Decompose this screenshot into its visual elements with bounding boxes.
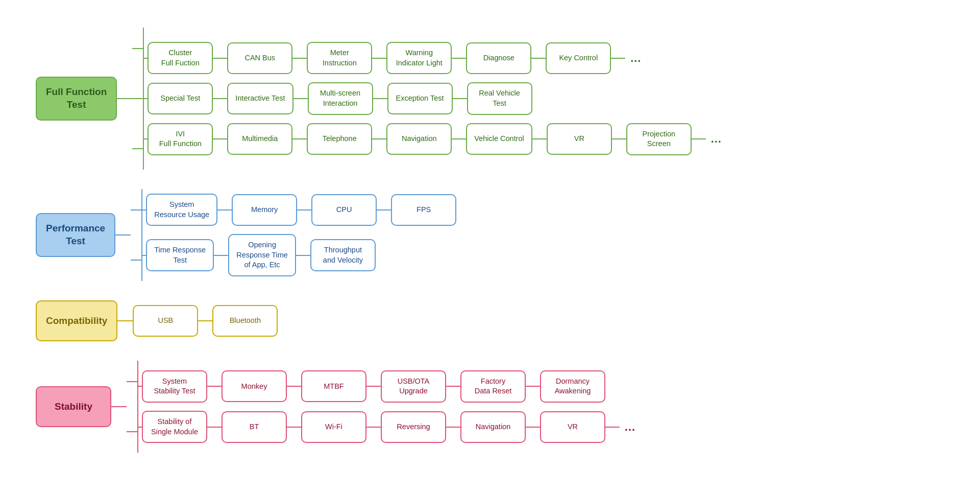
h-line xyxy=(446,427,460,428)
h-line xyxy=(612,138,626,139)
node-box[interactable]: Time Response Test xyxy=(146,239,214,271)
h-line xyxy=(526,386,540,387)
node-box[interactable]: Exception Test xyxy=(387,83,453,114)
node-box[interactable]: USB/OTA Upgrade xyxy=(381,370,446,403)
h-line xyxy=(377,209,391,210)
h-line xyxy=(366,427,381,428)
node-box[interactable]: … xyxy=(620,420,640,434)
node-box[interactable]: System Stability Test xyxy=(142,370,207,403)
root-performance[interactable]: Performance Test xyxy=(36,213,115,256)
node-box[interactable]: Navigation xyxy=(386,123,452,155)
diagram: Full Function TestCluster Full FuctionCA… xyxy=(20,10,960,470)
node-box[interactable]: Stability of Single Module xyxy=(142,411,207,443)
h-line xyxy=(142,209,146,210)
node-box[interactable]: FPS xyxy=(391,194,456,226)
bracket-svg xyxy=(131,189,142,281)
h-line xyxy=(117,320,133,321)
h-line xyxy=(207,386,222,387)
root-compatibility[interactable]: Compatibility xyxy=(36,300,117,341)
node-box[interactable]: Projection Screen xyxy=(626,123,692,155)
h-line xyxy=(198,320,212,321)
node-box[interactable]: USB xyxy=(133,305,198,337)
node-box[interactable]: Multimedia xyxy=(227,123,292,155)
h-line xyxy=(117,98,132,99)
node-box[interactable]: System Resource Usage xyxy=(146,194,217,226)
node-box[interactable]: Vehicle Control xyxy=(466,123,532,155)
node-box[interactable]: Opening Response Time of App, Etc xyxy=(228,234,296,276)
h-line xyxy=(115,235,131,236)
node-box[interactable]: Reversing xyxy=(381,411,446,443)
node-box[interactable]: IVI Full Function xyxy=(148,123,213,155)
h-line xyxy=(692,138,706,139)
h-line xyxy=(532,138,547,139)
h-line xyxy=(138,427,142,428)
h-line xyxy=(287,427,301,428)
h-line xyxy=(452,138,466,139)
node-box[interactable]: Bluetooth xyxy=(212,305,278,337)
node-box[interactable]: Monkey xyxy=(222,370,287,402)
node-box[interactable]: Memory xyxy=(232,194,297,226)
node-box[interactable]: Interactive Test xyxy=(227,83,293,114)
h-line xyxy=(111,406,127,407)
h-line xyxy=(143,138,148,139)
node-box[interactable]: Key Control xyxy=(546,42,611,74)
h-line xyxy=(214,255,228,256)
h-line xyxy=(373,98,387,99)
h-line xyxy=(611,58,625,59)
bracket-svg xyxy=(127,361,138,453)
h-line xyxy=(292,138,307,139)
node-box[interactable]: BT xyxy=(222,411,287,443)
h-line xyxy=(213,98,227,99)
h-line xyxy=(605,427,620,428)
h-line xyxy=(452,58,466,59)
node-box[interactable]: Cluster Full Fuction xyxy=(148,42,213,74)
node-box[interactable]: Real Vehicle Test xyxy=(467,82,532,114)
node-box[interactable]: Warning Indicator Light xyxy=(386,42,452,74)
node-box[interactable]: Factory Data Reset xyxy=(460,370,526,403)
h-line xyxy=(293,98,308,99)
node-box[interactable]: Special Test xyxy=(148,83,213,114)
h-line xyxy=(143,58,148,59)
h-line xyxy=(213,138,227,139)
node-box[interactable]: … xyxy=(706,132,726,146)
h-line xyxy=(287,386,301,387)
node-box[interactable]: Meter Instruction xyxy=(307,42,372,74)
h-line xyxy=(207,427,222,428)
h-line xyxy=(372,58,386,59)
h-line xyxy=(217,209,232,210)
branches-col: System Stability TestMonkeyMTBFUSB/OTA U… xyxy=(138,370,640,443)
section-compatibility: CompatibilityUSBBluetooth xyxy=(36,293,944,348)
h-line xyxy=(453,98,467,99)
node-box[interactable]: CAN Bus xyxy=(227,42,292,74)
h-line xyxy=(296,255,310,256)
h-line xyxy=(372,138,386,139)
node-box[interactable]: … xyxy=(625,52,646,65)
node-box[interactable]: VR xyxy=(540,411,605,443)
branches-col: System Resource UsageMemoryCPUFPSTime Re… xyxy=(142,194,456,276)
root-stability[interactable]: Stability xyxy=(36,386,111,427)
node-box[interactable]: Throughput and Velocity xyxy=(310,239,376,271)
node-box[interactable]: VR xyxy=(547,123,612,155)
h-line xyxy=(142,255,146,256)
node-box[interactable]: Diagnose xyxy=(466,42,531,74)
h-line xyxy=(297,209,311,210)
node-box[interactable]: Wi-Fi xyxy=(301,411,366,443)
h-line xyxy=(526,427,540,428)
bracket-svg xyxy=(132,28,143,170)
node-box[interactable]: Dormancy Awakening xyxy=(540,370,605,403)
branches-col: Cluster Full FuctionCAN BusMeter Instruc… xyxy=(143,42,726,155)
node-box[interactable]: MTBF xyxy=(301,370,366,402)
node-box[interactable]: Multi-screen Interaction xyxy=(308,82,373,114)
root-full-function[interactable]: Full Function Test xyxy=(36,77,117,120)
section-performance: Performance TestSystem Resource UsageMem… xyxy=(36,182,944,288)
node-box[interactable]: Navigation xyxy=(460,411,526,443)
h-line xyxy=(143,98,148,99)
h-line xyxy=(138,386,142,387)
h-line xyxy=(213,58,227,59)
node-box[interactable]: Telephone xyxy=(307,123,372,155)
h-line xyxy=(531,58,546,59)
node-box[interactable]: CPU xyxy=(311,194,377,226)
h-line xyxy=(366,386,381,387)
section-stability: StabilitySystem Stability TestMonkeyMTBF… xyxy=(36,354,944,460)
section-full-function: Full Function TestCluster Full FuctionCA… xyxy=(36,20,944,177)
